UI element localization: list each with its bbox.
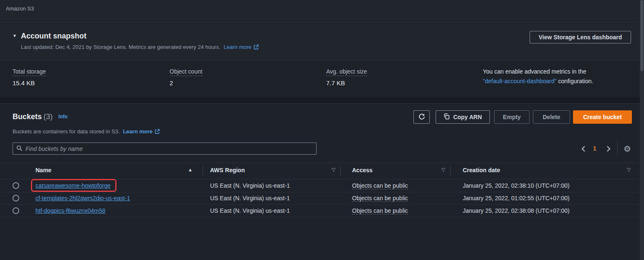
sort-ascending-icon[interactable]: ▲ — [188, 167, 193, 172]
scrollbar-thumb[interactable] — [640, 0, 644, 71]
refresh-icon — [418, 113, 425, 121]
column-header-name[interactable]: Name — [35, 167, 51, 173]
metric-label-total-storage: Total storage — [13, 68, 46, 76]
advanced-metrics-note-line1: You can enable advanced metrics in the — [483, 68, 586, 75]
view-storage-lens-dashboard-button[interactable]: View Storage Lens dashboard — [530, 31, 631, 43]
metric-value-object-count: 2 — [170, 79, 173, 87]
metric-label-avg-object-size: Avg. object size — [326, 68, 367, 76]
metric-value-avg-object-size: 7.7 KB — [326, 79, 345, 87]
create-bucket-button[interactable]: Create bucket — [573, 110, 632, 124]
panel-divider — [0, 97, 640, 104]
top-bar — [0, 0, 640, 23]
pagination-divider — [617, 141, 618, 155]
metric-label-object-count: Object count — [170, 68, 203, 76]
region-cell: US East (N. Virginia) us-east-1 — [210, 179, 290, 192]
bucket-name-cell: htf-dogpics-f6wuznx04m58 — [35, 204, 105, 217]
region-cell: US East (N. Virginia) us-east-1 — [210, 204, 290, 217]
bucket-search[interactable] — [13, 143, 317, 155]
account-snapshot-learn-more-link[interactable]: Learn more — [224, 44, 251, 50]
advanced-metrics-note-suffix: configuration. — [557, 78, 593, 84]
access-cell: Objects can be public — [352, 192, 408, 204]
access-cell: Objects can be public — [352, 179, 408, 192]
search-icon — [16, 145, 23, 153]
access-cell: Objects can be public — [352, 204, 408, 217]
creation-date-cell: January 25, 2022, 01:02:55 (UTC+07:00) — [463, 192, 570, 204]
default-account-dashboard-link[interactable]: "default-account-dashboard" — [483, 78, 557, 84]
table-bottom-border — [0, 217, 640, 217]
buckets-count: (3) — [43, 112, 53, 121]
column-divider — [203, 166, 203, 176]
bucket-link[interactable]: cf-templates-2hl2qwrs2dio-us-east-1 — [35, 195, 130, 201]
breadcrumb: Amazon S3 — [6, 5, 34, 12]
buckets-info-link[interactable]: Info — [58, 114, 68, 120]
row-radio-button[interactable] — [13, 195, 19, 201]
buckets-description: Buckets are containers for data stored i… — [13, 128, 120, 135]
metric-value-total-storage: 15.4 KB — [13, 79, 35, 87]
account-snapshot-title: Account snapshot — [21, 32, 86, 41]
sort-descending-icon[interactable]: ▽ — [332, 167, 335, 173]
column-header-aws-region[interactable]: AWS Region — [210, 167, 245, 173]
refresh-button[interactable] — [413, 110, 430, 124]
table-top-border — [0, 163, 640, 163]
row-radio-button[interactable] — [13, 182, 19, 189]
bucket-name-cell: cf-templates-2hl2qwrs2dio-us-east-1 — [35, 192, 130, 204]
sort-descending-icon[interactable]: ▽ — [627, 167, 631, 173]
preferences-button[interactable]: ⚙ — [623, 143, 632, 155]
buckets-learn-more-link[interactable]: Learn more — [123, 128, 152, 135]
gear-icon: ⚙ — [624, 144, 631, 153]
bucket-name-cell: catsareawesome-howtoforge — [35, 179, 111, 192]
sort-descending-icon[interactable]: ▽ — [441, 167, 445, 173]
empty-button[interactable]: Empty — [494, 110, 530, 124]
current-page-number[interactable]: 1 — [593, 145, 596, 152]
bucket-link[interactable]: catsareawesome-howtoforge — [35, 182, 111, 189]
creation-date-cell: January 25, 2022, 02:38:08 (UTC+07:00) — [463, 204, 570, 217]
copy-arn-label: Copy ARN — [453, 114, 482, 120]
chevron-left-icon — [581, 147, 586, 153]
delete-button[interactable]: Delete — [533, 110, 570, 124]
buckets-title: Buckets — [13, 112, 42, 121]
s3-console-page: Amazon S3 ▼ Account snapshot Last update… — [0, 0, 644, 260]
external-link-icon — [254, 44, 259, 51]
search-input[interactable] — [25, 145, 313, 152]
bucket-link[interactable]: htf-dogpics-f6wuznx04m58 — [35, 207, 105, 214]
chevron-right-icon — [606, 147, 611, 153]
row-radio-button[interactable] — [13, 207, 19, 214]
external-link-icon — [155, 129, 160, 135]
region-cell: US East (N. Virginia) us-east-1 — [210, 192, 290, 204]
creation-date-cell: January 25, 2022, 02:38:10 (UTC+07:00) — [463, 179, 570, 192]
copy-icon — [444, 113, 450, 121]
column-header-creation-date[interactable]: Creation date — [463, 167, 500, 173]
column-divider — [450, 166, 451, 176]
next-page-button[interactable] — [605, 145, 612, 154]
account-snapshot-subtitle: Last updated: Dec 4, 2021 by Storage Len… — [21, 44, 221, 50]
account-snapshot-expander-icon[interactable]: ▼ — [13, 33, 17, 38]
column-divider — [340, 166, 341, 176]
previous-page-button[interactable] — [580, 145, 587, 154]
column-header-access[interactable]: Access — [352, 167, 373, 173]
copy-arn-button[interactable]: Copy ARN — [436, 110, 490, 124]
